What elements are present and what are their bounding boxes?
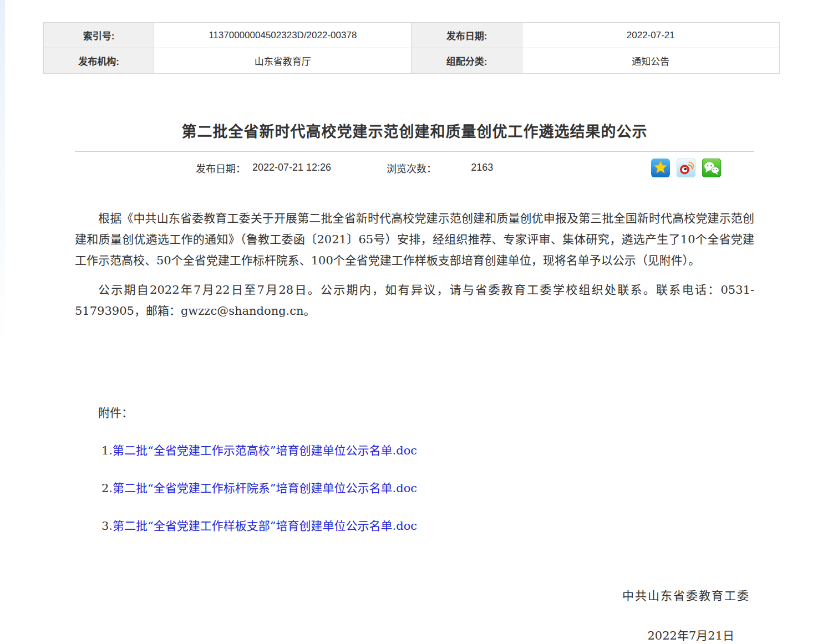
attachment-number: 2. bbox=[101, 482, 113, 495]
attachments-section: 附件： 1.第二批“全省党建工作示范高校”培育创建单位公示名单.doc 2.第二… bbox=[75, 403, 754, 533]
qzone-share-icon[interactable] bbox=[651, 159, 670, 177]
category-label: 组配分类: bbox=[412, 48, 522, 74]
signature-organization: 中共山东省委教育工委 bbox=[75, 586, 754, 603]
signature-block: 中共山东省委教育工委 2022年7月21日 bbox=[75, 586, 754, 643]
body-paragraph: 公示期自2022年7月22日至7月28日。公示期内，如有异议，请与省委教育工委学… bbox=[75, 279, 754, 321]
attachment-number: 1. bbox=[101, 444, 113, 457]
signature-date: 2022年7月21日 bbox=[75, 626, 754, 643]
attachment-link-doc3[interactable]: 第二批“全省党建工作样板支部”培育创建单位公示名单.doc bbox=[113, 519, 417, 533]
page-title: 第二批全省新时代高校党建示范创建和质量创优工作遴选结果的公示 bbox=[75, 122, 754, 141]
article: 第二批全省新时代高校党建示范创建和质量创优工作遴选结果的公示 发布日期： 202… bbox=[75, 122, 754, 643]
attachment-item: 1.第二批“全省党建工作示范高校”培育创建单位公示名单.doc bbox=[75, 441, 754, 458]
meta-views-count: 2163 bbox=[471, 162, 493, 173]
attachment-item: 2.第二批“全省党建工作标杆院系”培育创建单位公示名单.doc bbox=[75, 479, 754, 495]
article-meta-bar: 发布日期： 2022-07-21 12:26 浏览次数： 2163 bbox=[75, 151, 754, 183]
wechat-share-icon[interactable] bbox=[702, 159, 721, 177]
issuing-agency-label: 发布机构: bbox=[44, 48, 154, 74]
share-icon-group bbox=[651, 159, 721, 177]
meta-date-value: 2022-07-21 12:26 bbox=[252, 162, 331, 173]
index-number-value: 11370000004502323D/2022-00378 bbox=[154, 23, 412, 48]
document-info-table: 索引号: 11370000004502323D/2022-00378 发布日期:… bbox=[43, 22, 780, 74]
body-paragraph: 根据《中共山东省委教育工委关于开展第二批全省新时代高校党建示范创建和质量创优申报… bbox=[75, 208, 754, 271]
publish-date-value: 2022-07-21 bbox=[522, 23, 779, 48]
category-value: 通知公告 bbox=[522, 48, 779, 74]
page-edge-gradient bbox=[0, 0, 5, 355]
attachments-heading: 附件： bbox=[75, 403, 754, 420]
publish-date-label: 发布日期: bbox=[412, 23, 522, 48]
meta-views-label: 浏览次数： bbox=[387, 161, 436, 175]
attachment-item: 3.第二批“全省党建工作样板支部”培育创建单位公示名单.doc bbox=[75, 517, 754, 533]
meta-date-label: 发布日期： bbox=[196, 161, 246, 175]
info-table-row: 索引号: 11370000004502323D/2022-00378 发布日期:… bbox=[44, 23, 780, 48]
attachment-number: 3. bbox=[101, 519, 113, 533]
weibo-share-icon[interactable] bbox=[677, 159, 695, 177]
article-body: 根据《中共山东省委教育工委关于开展第二批全省新时代高校党建示范创建和质量创优申报… bbox=[75, 208, 754, 321]
info-table-row: 发布机构: 山东省教育厅 组配分类: 通知公告 bbox=[44, 48, 780, 74]
issuing-agency-value: 山东省教育厅 bbox=[154, 48, 412, 74]
attachment-link-doc1[interactable]: 第二批“全省党建工作示范高校”培育创建单位公示名单.doc bbox=[113, 444, 417, 457]
attachment-link-doc2[interactable]: 第二批“全省党建工作标杆院系”培育创建单位公示名单.doc bbox=[113, 482, 417, 495]
index-number-label: 索引号: bbox=[44, 23, 154, 48]
